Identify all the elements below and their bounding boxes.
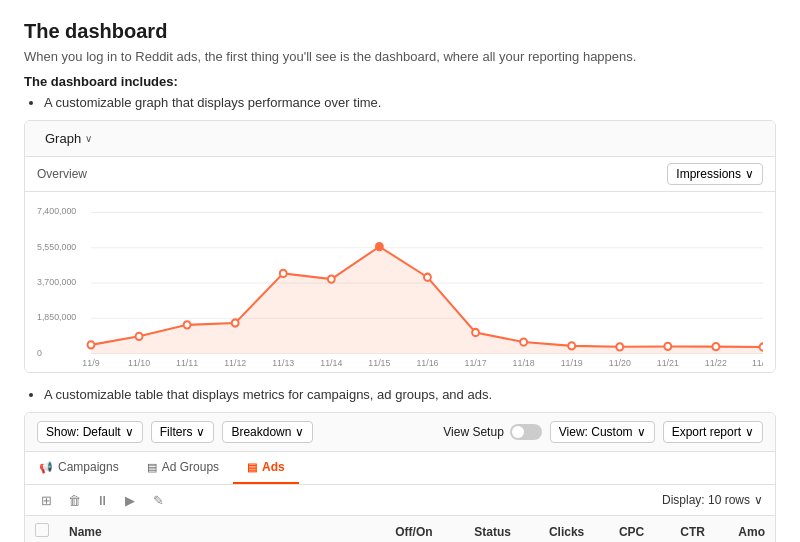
view-setup-toggle-thumb — [512, 426, 524, 438]
filters-chevron-icon: ∨ — [196, 425, 205, 439]
col-header-ctr: CTR — [654, 516, 715, 542]
svg-point-11 — [88, 341, 95, 348]
view-custom-chevron-icon: ∨ — [637, 425, 646, 439]
svg-text:11/14: 11/14 — [320, 358, 342, 368]
export-chevron-icon: ∨ — [745, 425, 754, 439]
chart-svg: 7,400,000 5,550,000 3,700,000 1,850,000 … — [37, 202, 763, 368]
svg-point-23 — [664, 343, 671, 350]
toolbar-left: Show: Default ∨ Filters ∨ Breakdown ∨ — [37, 421, 313, 443]
svg-text:11/16: 11/16 — [416, 358, 438, 368]
select-all-checkbox[interactable] — [35, 523, 49, 537]
svg-text:11/15: 11/15 — [368, 358, 390, 368]
bullet-table: A customizable table that displays metri… — [44, 387, 776, 402]
svg-text:11/19: 11/19 — [561, 358, 583, 368]
svg-point-18 — [424, 274, 431, 281]
action-icons: ⊞ 🗑 ⏸ ▶ ✎ — [37, 491, 167, 509]
graph-header: Graph ∨ — [25, 121, 775, 157]
col-header-clicks: Clicks — [524, 516, 594, 542]
svg-text:11/13: 11/13 — [272, 358, 294, 368]
table-header-row: Name Off/On Status Clicks CPC CTR Amo — [25, 516, 775, 542]
impressions-label: Impressions — [676, 167, 741, 181]
display-rows-button[interactable]: Display: 10 rows ∨ — [662, 493, 763, 507]
section-title: The dashboard includes: — [24, 74, 776, 89]
overview-label: Overview — [37, 167, 87, 181]
export-report-label: Export report — [672, 425, 741, 439]
tab-campaigns[interactable]: 📢 Campaigns — [25, 452, 133, 484]
grid-icon[interactable]: ⊞ — [37, 491, 55, 509]
svg-point-15 — [280, 270, 287, 277]
edit-icon[interactable]: ✎ — [149, 491, 167, 509]
col-header-offon: Off/On — [385, 516, 464, 542]
display-rows-label: Display: 10 rows — [662, 493, 750, 507]
svg-text:11/21: 11/21 — [657, 358, 679, 368]
impressions-button[interactable]: Impressions ∨ — [667, 163, 763, 185]
show-default-label: Show: Default — [46, 425, 121, 439]
pause-icon[interactable]: ⏸ — [93, 491, 111, 509]
filters-label: Filters — [160, 425, 193, 439]
play-icon[interactable]: ▶ — [121, 491, 139, 509]
svg-point-22 — [616, 343, 623, 350]
svg-text:11/18: 11/18 — [513, 358, 535, 368]
view-setup-label: View Setup — [443, 425, 504, 439]
graph-tab-label: Graph — [45, 131, 81, 146]
svg-text:1,850,000: 1,850,000 — [37, 312, 76, 322]
svg-text:11/17: 11/17 — [465, 358, 487, 368]
tab-ad-groups-label: Ad Groups — [162, 460, 219, 474]
svg-point-12 — [136, 333, 143, 340]
svg-text:5,550,000: 5,550,000 — [37, 242, 76, 252]
view-custom-label: View: Custom — [559, 425, 633, 439]
actions-row: ⊞ 🗑 ⏸ ▶ ✎ Display: 10 rows ∨ — [25, 485, 775, 516]
view-setup-toggle[interactable] — [510, 424, 542, 440]
svg-point-20 — [520, 338, 527, 345]
impressions-chevron-icon: ∨ — [745, 167, 754, 181]
svg-marker-10 — [91, 247, 763, 354]
svg-point-16 — [328, 275, 335, 282]
svg-point-14 — [232, 319, 239, 326]
breakdown-chevron-icon: ∨ — [295, 425, 304, 439]
ads-icon: ▤ — [247, 461, 257, 474]
campaigns-icon: 📢 — [39, 461, 53, 474]
view-setup-wrap: View Setup — [443, 424, 542, 440]
breakdown-label: Breakdown — [231, 425, 291, 439]
graph-subheader: Overview Impressions ∨ — [25, 157, 775, 192]
toolbar-right: View Setup View: Custom ∨ Export report … — [443, 421, 763, 443]
svg-point-21 — [568, 342, 575, 349]
svg-point-25 — [760, 343, 763, 350]
svg-text:0: 0 — [37, 347, 42, 357]
ad-groups-icon: ▤ — [147, 461, 157, 474]
svg-text:11/9: 11/9 — [82, 358, 99, 368]
svg-point-13 — [184, 321, 191, 328]
svg-text:3,700,000: 3,700,000 — [37, 277, 76, 287]
svg-point-17 — [376, 243, 383, 250]
graph-chevron-icon: ∨ — [85, 133, 92, 144]
view-custom-button[interactable]: View: Custom ∨ — [550, 421, 655, 443]
tabs-row: 📢 Campaigns ▤ Ad Groups ▤ Ads — [25, 452, 775, 485]
page-subtitle: When you log in to Reddit ads, the first… — [24, 49, 776, 64]
export-report-button[interactable]: Export report ∨ — [663, 421, 763, 443]
filters-button[interactable]: Filters ∨ — [151, 421, 215, 443]
delete-icon[interactable]: 🗑 — [65, 491, 83, 509]
svg-text:11/11: 11/11 — [176, 358, 198, 368]
breakdown-button[interactable]: Breakdown ∨ — [222, 421, 313, 443]
svg-point-19 — [472, 329, 479, 336]
tab-ads-label: Ads — [262, 460, 285, 474]
svg-text:11/23: 11/23 — [752, 358, 763, 368]
svg-text:11/10: 11/10 — [128, 358, 150, 368]
col-header-name: Name — [59, 516, 385, 542]
svg-point-24 — [712, 343, 719, 350]
col-header-cpc: CPC — [594, 516, 654, 542]
table-toolbar: Show: Default ∨ Filters ∨ Breakdown ∨ Vi… — [25, 413, 775, 452]
graph-tab[interactable]: Graph ∨ — [37, 127, 100, 150]
display-rows-chevron-icon: ∨ — [754, 493, 763, 507]
show-default-button[interactable]: Show: Default ∨ — [37, 421, 143, 443]
col-header-status: Status — [464, 516, 524, 542]
table-card: Show: Default ∨ Filters ∨ Breakdown ∨ Vi… — [24, 412, 776, 542]
col-header-amount: Amo — [715, 516, 775, 542]
page-title: The dashboard — [24, 20, 776, 43]
tab-ad-groups[interactable]: ▤ Ad Groups — [133, 452, 233, 484]
tab-campaigns-label: Campaigns — [58, 460, 119, 474]
tab-ads[interactable]: ▤ Ads — [233, 452, 299, 484]
bullet-graph: A customizable graph that displays perfo… — [44, 95, 776, 110]
graph-card: Graph ∨ Overview Impressions ∨ 7,400,000… — [24, 120, 776, 373]
svg-text:11/22: 11/22 — [705, 358, 727, 368]
